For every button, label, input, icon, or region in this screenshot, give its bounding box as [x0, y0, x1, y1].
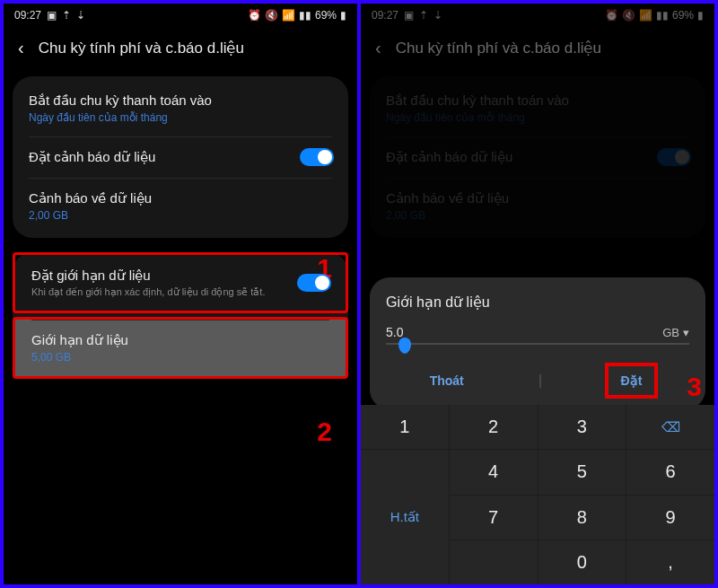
row-sub: Ngày đầu tiên của mỗi tháng [29, 111, 332, 124]
upload-icon: ⇡ [62, 9, 71, 22]
slider-thumb-icon[interactable] [398, 338, 411, 354]
key-comma[interactable]: , [626, 540, 714, 584]
mute-icon: 🔇 [265, 9, 278, 22]
row-desc: Khi đạt đến giới hạn xác định, dữ liệu d… [31, 286, 329, 298]
toggle-data-limit[interactable] [297, 274, 331, 292]
row-sub: 2,00 GB [29, 209, 332, 222]
key-backspace[interactable]: ⌫ [626, 405, 714, 449]
picture-icon: ▣ [47, 9, 57, 22]
limit-input-value[interactable]: 5.0 [386, 325, 403, 339]
battery-icon: ▮ [340, 9, 346, 22]
wifi-icon: 📶 [282, 9, 295, 22]
row-set-data-limit[interactable]: Đặt giới hạn dữ liệu Khi đạt đến giới hạ… [13, 252, 348, 313]
key-6[interactable]: 6 [626, 450, 714, 494]
cancel-button[interactable]: Thoát [417, 366, 477, 395]
row-data-warning[interactable]: Cảnh báo về dữ liệu 2,00 GB [13, 178, 348, 234]
statusbar: 09:27 ▣ ⇡ ⇣ ⏰ 🔇 📶 ▮▮ 69% ▮ [4, 4, 357, 27]
download-icon: ⇣ [76, 9, 85, 22]
dialog-title: Giới hạn dữ liệu [386, 294, 689, 311]
row-title: Đặt cảnh báo dữ liệu [29, 149, 332, 165]
key-1[interactable]: 1 [361, 405, 449, 449]
back-icon[interactable]: ‹ [18, 38, 24, 58]
key-5[interactable]: 5 [538, 450, 626, 494]
key-4[interactable]: 4 [450, 450, 538, 494]
key-3[interactable]: 3 [538, 405, 626, 449]
dialog-separator: | [538, 373, 542, 389]
phone-right: 09:27 ▣ ⇡ ⇣ ⏰ 🔇 📶 ▮▮ 69% ▮ ‹ Chu kỳ tính… [361, 4, 714, 584]
page-title: Chu kỳ tính phí và c.báo d.liệu [39, 39, 244, 57]
settings-card-2: Đặt giới hạn dữ liệu Khi đạt đến giới hạ… [13, 252, 348, 379]
annotation-3: 3 [687, 372, 702, 402]
header: ‹ Chu kỳ tính phí và c.báo d.liệu [4, 27, 357, 69]
key-blank [450, 540, 538, 584]
status-battery: 69% [315, 9, 337, 22]
row-title: Đặt giới hạn dữ liệu [31, 268, 329, 284]
key-7[interactable]: 7 [450, 496, 538, 540]
key-0[interactable]: 0 [538, 540, 626, 584]
alarm-off-icon: ⏰ [248, 9, 261, 22]
numeric-keypad: 1 2 3 ⌫ 4 5 6 H.tất 7 8 9 0 , [361, 405, 714, 584]
row-title: Bắt đầu chu kỳ thanh toán vào [29, 92, 332, 109]
data-limit-dialog: Giới hạn dữ liệu 5.0 GB ▾ Thoát | Đặt [370, 277, 705, 409]
key-done[interactable]: H.tất [361, 450, 449, 584]
slider-track[interactable] [386, 343, 689, 345]
row-billing-cycle[interactable]: Bắt đầu chu kỳ thanh toán vào Ngày đầu t… [13, 80, 348, 136]
annotation-2: 2 [317, 417, 332, 447]
row-title: Giới hạn dữ liệu [31, 332, 329, 348]
chevron-down-icon: ▾ [683, 326, 689, 339]
confirm-button[interactable]: Đặt [605, 363, 659, 399]
status-time: 09:27 [14, 9, 41, 22]
row-set-data-warning[interactable]: Đặt cảnh báo dữ liệu [13, 136, 348, 178]
signal-icon: ▮▮ [299, 9, 311, 22]
key-2[interactable]: 2 [450, 405, 538, 449]
phone-left: 09:27 ▣ ⇡ ⇣ ⏰ 🔇 📶 ▮▮ 69% ▮ ‹ Chu kỳ tính… [4, 4, 357, 584]
settings-card-1: Bắt đầu chu kỳ thanh toán vào Ngày đầu t… [13, 76, 348, 238]
unit-selector[interactable]: GB ▾ [662, 326, 689, 339]
key-9[interactable]: 9 [626, 496, 714, 540]
row-title: Cảnh báo về dữ liệu [29, 190, 332, 206]
toggle-data-warning[interactable] [300, 148, 334, 166]
unit-label: GB [662, 326, 679, 339]
row-sub: 5,00 GB [31, 351, 329, 364]
key-8[interactable]: 8 [538, 496, 626, 540]
row-data-limit[interactable]: Giới hạn dữ liệu 5,00 GB [13, 317, 348, 379]
